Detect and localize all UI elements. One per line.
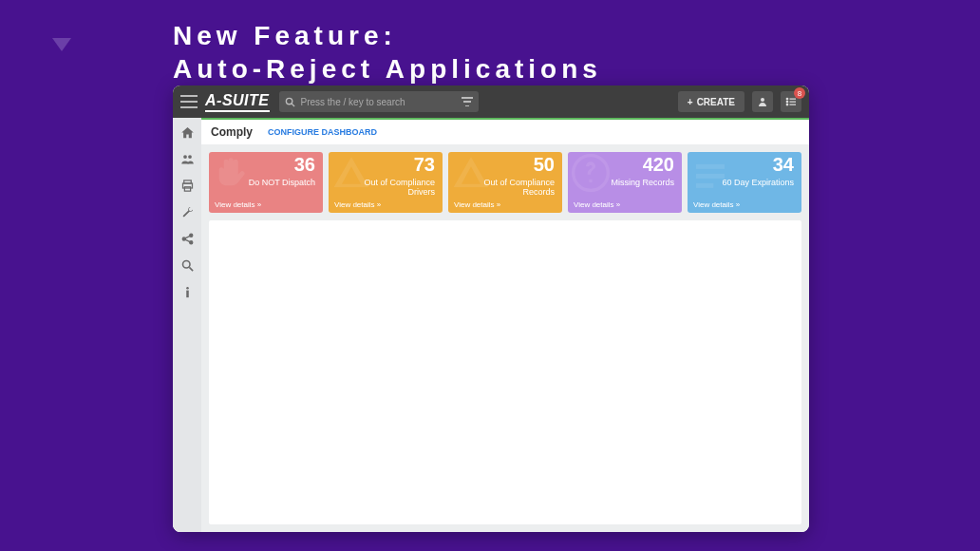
card-label: Missing Records xyxy=(611,179,674,188)
card-60-day-expirations[interactable]: 34 60 Day Expirations View details » xyxy=(688,152,801,213)
share-icon xyxy=(180,232,195,246)
search-wrap xyxy=(279,91,479,112)
view-details-link[interactable]: View details » xyxy=(574,200,620,209)
svg-point-9 xyxy=(183,155,187,159)
slide-title-line1: New Feature: xyxy=(173,19,602,52)
card-value: 420 xyxy=(643,154,674,176)
card-out-of-compliance-drivers[interactable]: 73 Out of Compliance Drivers View detail… xyxy=(329,152,443,213)
print-icon xyxy=(180,179,195,193)
question-icon xyxy=(572,154,610,192)
card-label: 60 Day Expirations xyxy=(722,179,794,188)
card-label: Out of Compliance Records xyxy=(469,179,555,198)
notifications-button[interactable]: 8 xyxy=(781,91,801,112)
view-details-link[interactable]: View details » xyxy=(693,200,740,209)
card-label: Out of Compliance Drivers xyxy=(349,179,435,198)
slide-title: New Feature: Auto-Reject Applications xyxy=(173,19,602,86)
user-menu-button[interactable] xyxy=(752,91,773,112)
svg-point-0 xyxy=(286,98,292,104)
view-details-link[interactable]: View details » xyxy=(334,200,381,209)
create-label: CREATE xyxy=(697,97,735,107)
svg-point-19 xyxy=(182,260,190,268)
svg-line-18 xyxy=(185,239,190,242)
cards-row: 36 Do NOT Dispatch View details » 73 Out… xyxy=(201,144,809,213)
page-title: Comply xyxy=(211,125,253,139)
slide-title-line2: Auto-Reject Applications xyxy=(173,52,602,86)
app-window: A-SUITE + CREATE 8 xyxy=(173,86,809,532)
home-icon xyxy=(180,125,195,140)
view-details-link[interactable]: View details » xyxy=(215,200,261,209)
users-icon xyxy=(180,152,195,166)
svg-point-3 xyxy=(786,98,788,100)
svg-point-10 xyxy=(188,155,192,159)
search-icon xyxy=(285,97,295,107)
svg-point-5 xyxy=(786,101,788,103)
main-content: Comply CONFIGURE DASHBOARD 36 Do NOT Dis… xyxy=(201,118,809,532)
card-value: 50 xyxy=(534,154,555,176)
svg-point-2 xyxy=(761,98,764,102)
card-do-not-dispatch[interactable]: 36 Do NOT Dispatch View details » xyxy=(209,152,323,213)
card-value: 73 xyxy=(414,154,435,176)
sidebar-info[interactable] xyxy=(179,283,196,300)
create-button[interactable]: + CREATE xyxy=(678,91,744,112)
topbar: A-SUITE + CREATE 8 xyxy=(173,86,809,118)
svg-line-1 xyxy=(291,103,293,105)
content-area xyxy=(209,220,801,524)
notification-badge: 8 xyxy=(794,87,805,99)
brand-logo: A-SUITE xyxy=(205,92,270,112)
hand-icon xyxy=(213,154,251,192)
page-header: Comply CONFIGURE DASHBOARD xyxy=(201,118,809,144)
svg-point-21 xyxy=(186,286,189,289)
wrench-icon xyxy=(180,205,195,219)
sidebar-users[interactable] xyxy=(179,150,196,167)
card-label: Do NOT Dispatch xyxy=(249,179,315,188)
list-icon xyxy=(785,96,797,107)
card-out-of-compliance-records[interactable]: 50 Out of Compliance Records View detail… xyxy=(448,152,562,213)
search-input[interactable] xyxy=(301,97,456,107)
plus-icon: + xyxy=(688,97,693,107)
slide-marker-icon xyxy=(52,38,71,51)
sidebar-share[interactable] xyxy=(179,230,196,247)
view-details-link[interactable]: View details » xyxy=(454,200,500,209)
sidebar-search[interactable] xyxy=(179,256,196,274)
app-body: Comply CONFIGURE DASHBOARD 36 Do NOT Dis… xyxy=(173,118,809,532)
user-icon xyxy=(757,96,768,107)
menu-button[interactable] xyxy=(180,95,198,108)
card-value: 34 xyxy=(773,154,794,176)
svg-point-7 xyxy=(786,104,788,105)
card-missing-records[interactable]: 420 Missing Records View details » xyxy=(568,152,682,213)
sidebar-home[interactable] xyxy=(179,124,196,141)
configure-dashboard-link[interactable]: CONFIGURE DASHBOARD xyxy=(268,127,377,137)
svg-line-20 xyxy=(189,267,193,271)
svg-rect-22 xyxy=(186,290,189,297)
magnifier-icon xyxy=(180,258,195,273)
card-value: 36 xyxy=(294,154,315,176)
search-filter-button[interactable] xyxy=(462,97,473,106)
sidebar xyxy=(173,118,201,532)
info-icon xyxy=(180,285,195,299)
svg-line-17 xyxy=(185,236,190,238)
sidebar-print[interactable] xyxy=(179,177,196,194)
sidebar-settings[interactable] xyxy=(179,203,196,220)
